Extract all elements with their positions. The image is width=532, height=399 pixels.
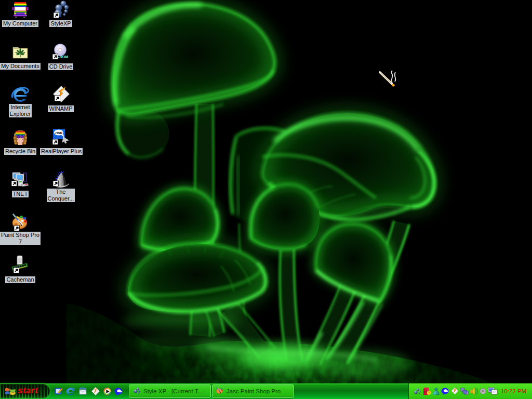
svg-text:)-ROM: )-ROM	[57, 55, 68, 59]
svg-text:real: real	[56, 130, 63, 135]
